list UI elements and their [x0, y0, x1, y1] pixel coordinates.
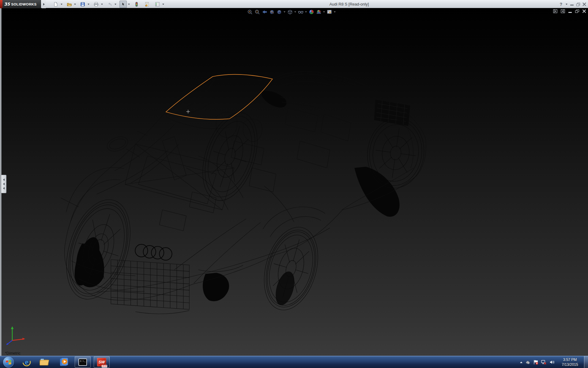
- window-title: Audi R8 S [Read-only]: [318, 0, 380, 8]
- ie-glyph: e: [25, 358, 28, 366]
- cmd-window-icon: C:\_: [78, 358, 87, 366]
- restore-button[interactable]: [576, 3, 580, 6]
- new-button[interactable]: [52, 1, 59, 8]
- taskbar: e C:\_ SW 2015 3:57 PM 7/13/2015: [0, 356, 588, 368]
- help-dropdown-icon[interactable]: [566, 4, 567, 5]
- clock-time: 3:57 PM: [558, 357, 582, 362]
- apply-scene-icon[interactable]: [316, 9, 322, 15]
- quick-toolbar: [52, 0, 164, 8]
- solidworks-2015-icon: SW 2015: [97, 358, 106, 366]
- solidworks-window: ƷS SOLIDWORKS: [0, 0, 588, 368]
- open-button[interactable]: [66, 1, 73, 8]
- action-center-alert-icon[interactable]: [533, 360, 538, 365]
- view-orientation-icon[interactable]: [276, 9, 282, 15]
- open-dropdown-icon[interactable]: [74, 4, 76, 5]
- section-view-icon[interactable]: [269, 9, 275, 15]
- titlebar: ƷS SOLIDWORKS: [0, 0, 588, 8]
- undo-dropdown-icon[interactable]: [115, 4, 116, 5]
- help-button[interactable]: ?: [560, 2, 562, 7]
- volume-icon[interactable]: [549, 360, 555, 365]
- taskbar-internet-explorer[interactable]: e: [21, 357, 32, 367]
- select-button[interactable]: [119, 1, 127, 8]
- display-style-dropdown-icon[interactable]: [294, 11, 296, 13]
- audi-rings-front: [135, 244, 172, 260]
- cursor-crosshair: [186, 110, 190, 113]
- apply-scene-dropdown-icon[interactable]: [323, 11, 325, 13]
- new-dropdown-icon[interactable]: [61, 4, 62, 5]
- options-button[interactable]: [154, 1, 161, 8]
- brand-mark: ƷS: [4, 2, 10, 6]
- selected-windshield-surface[interactable]: [166, 75, 273, 119]
- sw-year-label: 2015: [102, 365, 107, 367]
- start-button[interactable]: [3, 357, 14, 368]
- zoom-to-area-icon[interactable]: [254, 9, 260, 15]
- graphics-area[interactable]: *Dimetric: [0, 8, 588, 356]
- audi-rings-rear: [326, 74, 349, 82]
- close-button[interactable]: [582, 2, 586, 6]
- hide-show-dropdown-icon[interactable]: [305, 11, 307, 13]
- view-settings-icon[interactable]: [326, 9, 332, 15]
- brand-name: SOLIDWORKS: [11, 2, 36, 6]
- taskpane-toggle-icon[interactable]: [561, 9, 565, 13]
- menu-expand-arrow[interactable]: [42, 0, 46, 8]
- select-dropdown-icon[interactable]: [128, 4, 130, 5]
- doc-minimize-button[interactable]: [568, 12, 572, 13]
- doc-restore-button[interactable]: [575, 10, 579, 13]
- print-dropdown-icon[interactable]: [101, 4, 103, 5]
- hardware-icon[interactable]: [525, 360, 530, 365]
- hide-show-items-icon[interactable]: [298, 9, 303, 15]
- document-window-controls: [553, 9, 586, 13]
- featuremanager-toggle-icon[interactable]: [553, 9, 557, 13]
- clock-date: 7/13/2015: [558, 362, 582, 367]
- undo-button[interactable]: [106, 1, 113, 8]
- featuremanager-splitter-handle[interactable]: [1, 175, 6, 193]
- windows-flag-icon: [6, 359, 12, 365]
- show-desktop-button[interactable]: [584, 356, 588, 368]
- titlebar-window-controls: ?: [560, 0, 586, 8]
- taskbar-command-prompt[interactable]: C:\_: [75, 356, 91, 368]
- taskbar-media-player[interactable]: [59, 357, 69, 367]
- edit-appearance-icon[interactable]: [308, 9, 314, 15]
- show-hidden-icons-button[interactable]: [520, 362, 522, 363]
- headsup-toolbar: [247, 9, 336, 15]
- save-button[interactable]: [79, 1, 86, 8]
- save-dropdown-icon[interactable]: [88, 4, 89, 5]
- doc-close-button[interactable]: [582, 9, 586, 13]
- file-properties-button[interactable]: [143, 1, 151, 8]
- previous-view-icon[interactable]: [262, 9, 267, 15]
- solidworks-logo: ƷS SOLIDWORKS: [2, 0, 41, 8]
- print-button[interactable]: [92, 1, 100, 8]
- taskbar-clock[interactable]: 3:57 PM 7/13/2015: [558, 357, 582, 367]
- app-icon[interactable]: [0, 0, 2, 8]
- orientation-triad: [4, 323, 28, 347]
- display-style-icon[interactable]: [287, 9, 293, 15]
- car-wireframe[interactable]: [0, 8, 588, 356]
- network-disconnected-icon[interactable]: [541, 360, 547, 365]
- view-orientation-label: *Dimetric: [5, 351, 21, 355]
- view-settings-dropdown-icon[interactable]: [334, 11, 336, 13]
- options-dropdown-icon[interactable]: [162, 4, 164, 5]
- view-orientation-dropdown-icon[interactable]: [284, 11, 285, 13]
- taskbar-windows-explorer[interactable]: [39, 357, 50, 367]
- taskbar-solidworks-2015[interactable]: SW 2015: [94, 356, 110, 368]
- minimize-button[interactable]: [570, 5, 574, 6]
- zoom-to-fit-icon[interactable]: [247, 9, 253, 15]
- rebuild-button[interactable]: [133, 1, 140, 8]
- system-tray: [520, 356, 555, 368]
